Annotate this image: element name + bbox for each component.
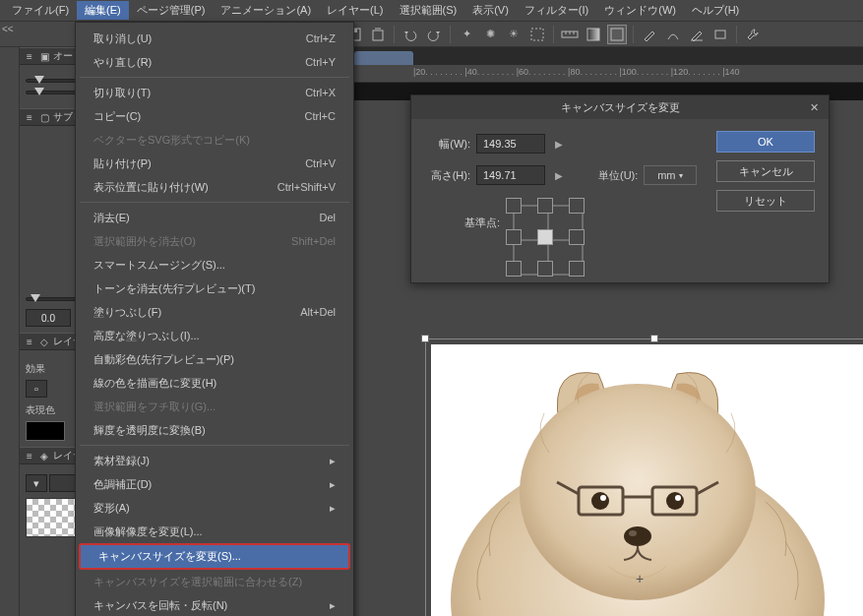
sun-icon[interactable]: ☀: [504, 25, 524, 44]
edit-menu-dropdown: 取り消し(U)Ctrl+Z やり直し(R)Ctrl+Y 切り取り(T)Ctrl+…: [75, 22, 354, 616]
visibility-checkbox[interactable]: ▾: [26, 474, 47, 492]
menu-change-resolution[interactable]: 画像解像度を変更(L)...: [76, 520, 353, 543]
delete-icon[interactable]: [368, 25, 388, 44]
ruler-icon[interactable]: [560, 25, 580, 44]
menu-cut[interactable]: 切り取り(T)Ctrl+X: [76, 81, 353, 104]
width-label: 幅(W):: [425, 137, 470, 152]
menu-file[interactable]: ファイル(F): [4, 1, 77, 20]
svg-rect-2: [373, 31, 383, 40]
menu-fit-canvas-to-selection: キャンバスサイズを選択範囲に合わせる(Z): [76, 570, 353, 593]
gradient-icon[interactable]: [584, 25, 603, 44]
hamburger-icon: ≡: [24, 50, 35, 62]
chevron-down-icon: ▾: [679, 171, 683, 180]
menu-window[interactable]: ウィンドウ(W): [596, 1, 684, 20]
anchor-nw[interactable]: [506, 198, 522, 214]
menu-auto-color[interactable]: 自動彩色(先行プレビュー)(P): [76, 347, 353, 371]
menu-layer[interactable]: レイヤー(L): [319, 1, 391, 20]
menu-clear[interactable]: 消去(E)Del: [76, 206, 353, 229]
menu-selection[interactable]: 選択範囲(S): [392, 1, 465, 20]
number-input[interactable]: 0.0: [26, 309, 71, 327]
menu-view[interactable]: 表示(V): [464, 1, 517, 20]
width-stepper-icon[interactable]: ▶: [551, 139, 567, 150]
curve-icon[interactable]: [663, 25, 683, 44]
diamond-icon: ◇: [38, 336, 50, 347]
dialog-titlebar[interactable]: キャンバスサイズを変更 ✕: [411, 95, 829, 119]
rect-icon[interactable]: [710, 25, 730, 44]
menu-animation[interactable]: アニメーション(A): [213, 1, 319, 20]
submenu-arrow-icon: ▸: [330, 478, 336, 491]
document-tab[interactable]: [354, 51, 413, 65]
anchor-sw[interactable]: [506, 261, 522, 277]
menu-line-to-drawcolor[interactable]: 線の色を描画色に変更(H): [76, 371, 353, 395]
svg-rect-10: [611, 29, 623, 40]
menu-smart-smoothing[interactable]: スマートスムージング(S)...: [76, 253, 353, 277]
submenu-arrow-icon: ▸: [330, 502, 336, 515]
edit-pen-icon[interactable]: [687, 25, 707, 44]
submenu-arrow-icon: ▸: [330, 599, 336, 612]
handle-n[interactable]: [650, 335, 658, 342]
anchor-label: 基準点:: [464, 198, 500, 230]
undo-icon[interactable]: [401, 25, 420, 44]
menu-tonal-correction[interactable]: 色調補正(D)▸: [76, 472, 353, 496]
dialog-title: キャンバスサイズを変更: [561, 100, 680, 115]
cancel-button[interactable]: キャンセル: [716, 160, 815, 182]
pen-icon[interactable]: [640, 25, 659, 44]
menu-copy[interactable]: コピー(C)Ctrl+C: [76, 104, 353, 128]
menu-paste[interactable]: 貼り付け(P)Ctrl+V: [76, 152, 353, 175]
height-input[interactable]: 149.71: [476, 165, 545, 185]
menu-redo[interactable]: やり直し(R)Ctrl+Y: [76, 50, 353, 74]
dialog-canvas-size: キャンバスサイズを変更 ✕ 幅(W): 149.35 ▶ 高さ(H): 149.…: [410, 94, 830, 283]
canvas[interactable]: +: [431, 344, 863, 616]
menu-page[interactable]: ページ管理(P): [129, 1, 214, 20]
grid-icon[interactable]: [607, 25, 627, 44]
ok-button[interactable]: OK: [716, 131, 815, 153]
menu-fill[interactable]: 塗りつぶし(F)Alt+Del: [76, 300, 353, 324]
anchor-ne[interactable]: [569, 198, 585, 214]
close-icon[interactable]: ✕: [805, 98, 823, 116]
anchor-n[interactable]: [537, 198, 553, 214]
height-label: 高さ(H):: [425, 168, 470, 183]
reset-button[interactable]: リセット: [716, 190, 815, 212]
menu-paste-in-place[interactable]: 表示位置に貼り付け(W)Ctrl+Shift+V: [76, 175, 353, 199]
redo-icon[interactable]: [424, 25, 444, 44]
menu-undo[interactable]: 取り消し(U)Ctrl+Z: [76, 27, 353, 50]
fx-border-icon[interactable]: ▫: [26, 380, 47, 398]
hamburger-icon: ≡: [24, 336, 35, 347]
anchor-se[interactable]: [569, 261, 585, 277]
dashed-rect-icon[interactable]: [527, 25, 547, 44]
svg-rect-9: [587, 29, 599, 40]
menu-advanced-fill[interactable]: 高度な塗りつぶし(I)...: [76, 324, 353, 347]
menu-transform[interactable]: 変形(A)▸: [76, 496, 353, 520]
menu-filter[interactable]: フィルター(I): [517, 1, 596, 20]
submenu-arrow-icon: ▸: [330, 455, 336, 467]
menu-rotate-flip-canvas[interactable]: キャンバスを回転・反転(N)▸: [76, 593, 353, 616]
svg-rect-4: [531, 29, 543, 40]
window-icon: ▢: [38, 111, 50, 123]
anchor-w[interactable]: [506, 229, 522, 245]
anchor-s[interactable]: [537, 261, 553, 277]
menu-copy-svg: ベクターをSVG形式でコピー(K): [76, 128, 353, 152]
sparkle-icon[interactable]: ✦: [457, 25, 476, 44]
layers-icon: ▣: [38, 50, 50, 62]
burst-icon[interactable]: ✺: [480, 25, 500, 44]
color-swatch[interactable]: [26, 421, 65, 441]
menu-brightness-to-opacity[interactable]: 輝度を透明度に変換(B): [76, 418, 353, 442]
menu-help[interactable]: ヘルプ(H): [684, 1, 747, 20]
menu-edit[interactable]: 編集(E): [77, 1, 129, 20]
width-input[interactable]: 149.35: [476, 134, 545, 154]
hamburger-icon: ≡: [24, 450, 35, 462]
height-stepper-icon[interactable]: ▶: [551, 170, 567, 181]
menu-change-canvas-size[interactable]: キャンバスサイズを変更(S)...: [81, 545, 348, 568]
menubar: ファイル(F) 編集(E) ページ管理(P) アニメーション(A) レイヤー(L…: [0, 0, 863, 22]
stack-icon: ◈: [38, 450, 50, 462]
anchor-center[interactable]: [537, 229, 553, 245]
center-cross-icon: +: [636, 571, 644, 586]
menu-clear-outside: 選択範囲外を消去(O)Shift+Del: [76, 229, 353, 253]
unit-select[interactable]: mm▾: [644, 165, 697, 185]
wrench-icon[interactable]: [743, 25, 763, 44]
menu-register-material[interactable]: 素材登録(J)▸: [76, 449, 353, 472]
panel-collapse-icon[interactable]: <<: [2, 24, 14, 34]
menu-remove-tone[interactable]: トーンを消去(先行プレビュー)(T): [76, 277, 353, 300]
anchor-e[interactable]: [569, 229, 585, 245]
handle-nw[interactable]: [421, 335, 429, 342]
